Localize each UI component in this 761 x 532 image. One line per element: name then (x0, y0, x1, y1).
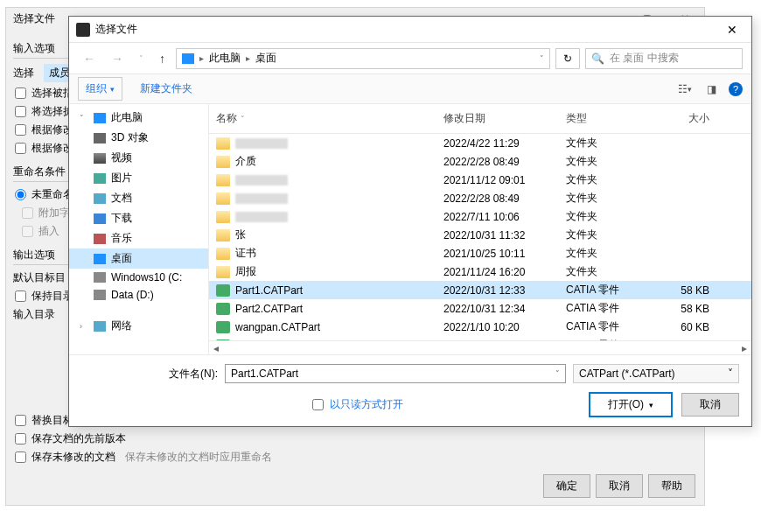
new-folder-button[interactable]: 新建文件夹 (133, 78, 199, 100)
file-row[interactable]: 周报2021/11/24 16:20文件夹 (209, 262, 751, 281)
tree-item[interactable]: Windows10 (C: (69, 269, 208, 286)
tree-item[interactable]: 文档 (69, 188, 208, 208)
column-headers: 名称˅ 修改日期 类型 大小 (209, 104, 751, 134)
file-open-dialog: 选择文件 ✕ ← → ˅ ↑ ▸ 此电脑 ▸ 桌面 ˅ ↻ 🔍 在 桌面 中搜索… (68, 16, 752, 427)
nav-recent[interactable]: ˅ (134, 51, 149, 66)
close-button[interactable]: ✕ (720, 19, 744, 40)
file-row[interactable]: wangpan.CATPart2022/1/10 10:20CATIA 零件60… (209, 318, 751, 336)
file-row[interactable]: 2022/2/28 08:49文件夹 (209, 189, 751, 207)
path-root[interactable]: 此电脑 (209, 51, 241, 66)
tree-item[interactable]: 下载 (69, 208, 208, 228)
preview-pane-button[interactable]: ◨ (702, 82, 720, 96)
chk-save-unchanged[interactable] (15, 452, 26, 463)
path-loc[interactable]: 桌面 (255, 51, 276, 66)
view-mode-button[interactable]: ☷ ▾ (676, 82, 694, 96)
chk-select-by-ref[interactable] (15, 88, 26, 99)
parent-cancel-button[interactable]: 取消 (596, 474, 643, 498)
chk-by-change2[interactable] (15, 143, 26, 154)
open-button[interactable]: 打开(O)▾ (589, 392, 673, 417)
dialog-title: 选择文件 (95, 22, 137, 37)
chk-replace-target[interactable] (15, 415, 26, 426)
parent-help-button[interactable]: 帮助 (648, 474, 695, 498)
file-row[interactable]: 介质2022/2/28 08:49文件夹 (209, 152, 751, 171)
file-row[interactable]: 2021/11/12 09:01文件夹 (209, 171, 751, 189)
col-type[interactable]: 类型 (559, 108, 664, 130)
chevron-right-icon: ▸ (199, 53, 204, 63)
chk-append-char (22, 207, 33, 219)
tree-item[interactable]: ›网络 (69, 316, 208, 336)
chk-keep-dir[interactable] (15, 290, 26, 302)
cancel-button[interactable]: 取消 (681, 393, 739, 416)
default-target-label: 默认目标目 (13, 270, 66, 285)
filename-label: 文件名(N): (81, 367, 218, 382)
filename-input[interactable]: Part1.CATPart˅ (225, 364, 566, 383)
nav-forward: → (106, 48, 129, 69)
organize-button[interactable]: 组织▾ (78, 77, 122, 101)
file-row[interactable]: 张2022/10/31 11:32文件夹 (209, 226, 751, 244)
chevron-right-icon: ▸ (246, 53, 250, 63)
address-dropdown[interactable]: ˅ (540, 54, 544, 63)
filetype-filter[interactable]: CATPart (*.CATPart)˅ (573, 364, 739, 383)
tree-item[interactable]: 图片 (69, 168, 208, 188)
file-row[interactable]: Part1.CATPart2022/10/31 12:33CATIA 零件58 … (209, 281, 751, 299)
input-dir-label: 输入目录 (13, 307, 55, 322)
tree-item[interactable]: ˅此电脑 (69, 108, 208, 128)
tree-item[interactable]: 视频 (69, 148, 208, 168)
radio-unrenamed[interactable] (15, 189, 26, 200)
folder-tree[interactable]: ˅此电脑3D 对象视频图片文档下载音乐桌面Windows10 (C:Data (… (69, 104, 209, 354)
chk-by-change[interactable] (15, 124, 26, 136)
col-size[interactable]: 大小 (664, 108, 725, 130)
search-icon: 🔍 (591, 52, 604, 65)
location-icon (182, 53, 194, 64)
col-name[interactable]: 名称˅ (209, 108, 436, 130)
parent-ok-button[interactable]: 确定 (543, 474, 590, 498)
file-row[interactable]: 2022/7/11 10:06文件夹 (209, 207, 751, 226)
tree-item[interactable]: 音乐 (69, 228, 208, 248)
readonly-checkbox[interactable] (312, 399, 324, 410)
refresh-button[interactable]: ↻ (555, 48, 580, 69)
nav-back[interactable]: ← (78, 48, 101, 69)
file-row[interactable]: 证书2021/10/25 10:11文件夹 (209, 244, 751, 262)
tree-item[interactable]: Data (D:) (69, 286, 208, 304)
app-icon (76, 23, 90, 37)
chk-insert (22, 226, 33, 237)
col-date[interactable]: 修改日期 (436, 108, 559, 130)
file-row[interactable]: 2022/4/22 11:29文件夹 (209, 134, 751, 152)
address-bar[interactable]: ▸ 此电脑 ▸ 桌面 ˅ (176, 48, 550, 69)
chk-expand-select[interactable] (15, 106, 26, 117)
tree-item[interactable]: 3D 对象 (69, 128, 208, 148)
nav-up[interactable]: ↑ (154, 48, 171, 69)
search-placeholder: 在 桌面 中搜索 (610, 51, 679, 66)
search-input[interactable]: 🔍 在 桌面 中搜索 (585, 48, 743, 69)
chk-save-prev[interactable] (15, 433, 26, 444)
tree-item[interactable]: 桌面 (69, 248, 208, 269)
help-icon[interactable]: ? (729, 82, 743, 96)
file-row[interactable]: Part2.CATPart2022/10/31 12:34CATIA 零件58 … (209, 299, 751, 318)
file-list[interactable]: 2022/4/22 11:29文件夹介质2022/2/28 08:49文件夹20… (209, 134, 751, 340)
select-label: 选择 (13, 66, 34, 80)
horizontal-scrollbar[interactable]: ◂▸ (209, 340, 751, 354)
